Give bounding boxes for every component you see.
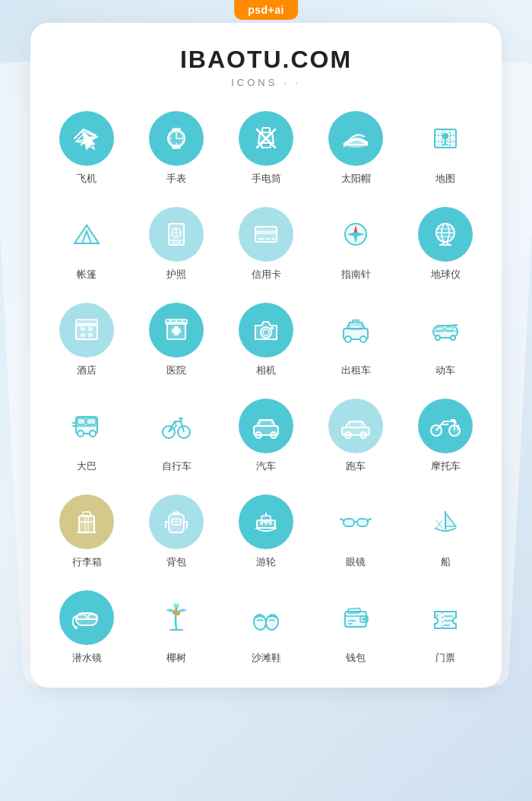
camera-icon	[249, 313, 283, 347]
list-item: 门票	[404, 590, 486, 665]
ticket-label: 门票	[435, 651, 455, 665]
tent-icon-bg	[59, 207, 114, 262]
list-item: 椰树	[135, 590, 217, 665]
svg-point-89	[271, 432, 277, 438]
boat-label: 船	[441, 555, 451, 569]
car-icon-bg	[239, 399, 293, 453]
tent-label: 帐篷	[77, 268, 97, 281]
backpack-label: 背包	[166, 555, 186, 569]
svg-point-132	[74, 626, 78, 629]
hospital-icon-bg	[149, 303, 204, 358]
svg-point-65	[360, 336, 366, 342]
svg-rect-73	[436, 327, 444, 332]
svg-rect-47	[76, 324, 97, 339]
list-item: 信用卡	[225, 207, 307, 281]
list-item: 指南针	[315, 207, 397, 281]
credit-card-label: 信用卡	[252, 268, 281, 281]
svg-rect-30	[258, 238, 264, 240]
svg-rect-62	[271, 327, 274, 329]
passport-icon	[160, 218, 193, 251]
format-badge: psd+ai	[234, 0, 298, 20]
list-item: 大巴	[46, 399, 128, 473]
camera-label: 相机	[256, 364, 276, 377]
svg-text:TAXI: TAXI	[353, 319, 359, 323]
svg-rect-52	[88, 333, 93, 337]
watch-icon	[160, 122, 193, 155]
list-item: 医院	[135, 303, 217, 377]
svg-rect-143	[348, 608, 360, 613]
sports-car-label: 跑车	[346, 459, 366, 473]
motorcycle-icon	[429, 409, 462, 443]
cruise-label: 游轮	[256, 555, 276, 569]
svg-rect-119	[260, 522, 263, 525]
list-item: 游轮	[225, 494, 307, 569]
list-item: 背包	[135, 494, 217, 569]
hat-icon	[339, 122, 372, 155]
tent-icon	[70, 218, 103, 251]
credit-card-icon	[249, 218, 283, 251]
svg-point-134	[176, 611, 180, 615]
passport-icon-bg	[149, 207, 204, 262]
taxi-icon: TAXI	[339, 313, 372, 347]
ticket-icon-bg	[418, 590, 473, 645]
svg-rect-13	[261, 143, 271, 148]
svg-rect-49	[81, 327, 85, 331]
motorcycle-icon-bg	[418, 399, 473, 453]
globe-label: 地球仪	[431, 268, 461, 281]
hotel-icon	[70, 313, 103, 347]
list-item: 太阳帽	[315, 111, 397, 186]
cruise-icon	[249, 505, 283, 539]
list-item: TAXI 出租车	[315, 303, 397, 377]
cruise-icon-bg	[239, 494, 293, 549]
svg-rect-80	[87, 418, 96, 424]
compass-label: 指南针	[341, 268, 371, 281]
compass-icon	[339, 218, 372, 251]
svg-point-77	[90, 431, 96, 437]
main-card: IBAOTU.COM ICONS · · 飞机	[30, 23, 502, 688]
compass-icon-bg	[328, 207, 383, 262]
sandals-icon-bg	[239, 590, 293, 645]
flashlight-icon	[249, 122, 283, 155]
svg-rect-48	[76, 319, 97, 326]
list-item: 动车	[404, 303, 486, 377]
watch-label: 手表	[166, 172, 186, 186]
palm-tree-label: 椰树	[166, 651, 186, 665]
svg-rect-67	[350, 325, 362, 329]
luggage-icon	[70, 505, 103, 539]
svg-point-72	[451, 335, 455, 340]
sandals-label: 沙滩鞋	[252, 651, 281, 665]
list-item: 酒店	[46, 303, 128, 377]
hotel-icon-bg	[59, 303, 114, 358]
icon-grid: 飞机 手表	[46, 111, 486, 665]
diving-mask-icon	[70, 601, 103, 634]
svg-line-125	[368, 519, 371, 520]
svg-rect-118	[264, 522, 268, 525]
glasses-icon	[339, 505, 372, 539]
list-item: 跑车	[315, 399, 397, 473]
svg-rect-50	[88, 327, 93, 331]
list-item: 潜水镜	[46, 590, 128, 665]
svg-point-88	[255, 432, 261, 438]
wallet-label: 钱包	[346, 651, 366, 665]
sports-car-icon	[339, 409, 372, 443]
bus-icon	[70, 409, 103, 443]
sandals-icon	[249, 601, 283, 634]
svg-rect-121	[344, 519, 354, 526]
site-title: IBAOTU.COM	[46, 46, 486, 74]
airplane-label: 飞机	[77, 172, 97, 186]
list-item: 帐篷	[46, 207, 128, 281]
map-icon	[429, 122, 462, 155]
list-item: 护照	[135, 207, 217, 281]
svg-rect-29	[255, 230, 277, 234]
luggage-icon-bg	[59, 494, 114, 549]
wallet-icon	[339, 601, 372, 634]
diving-mask-label: 潜水镜	[72, 651, 102, 665]
ticket-icon	[429, 601, 462, 634]
palm-tree-icon	[160, 601, 193, 634]
backpack-icon	[160, 505, 193, 539]
svg-line-124	[340, 519, 344, 520]
svg-rect-130	[78, 615, 87, 619]
svg-rect-100	[79, 516, 94, 532]
svg-rect-122	[357, 519, 368, 526]
luggage-label: 行李箱	[72, 555, 102, 569]
